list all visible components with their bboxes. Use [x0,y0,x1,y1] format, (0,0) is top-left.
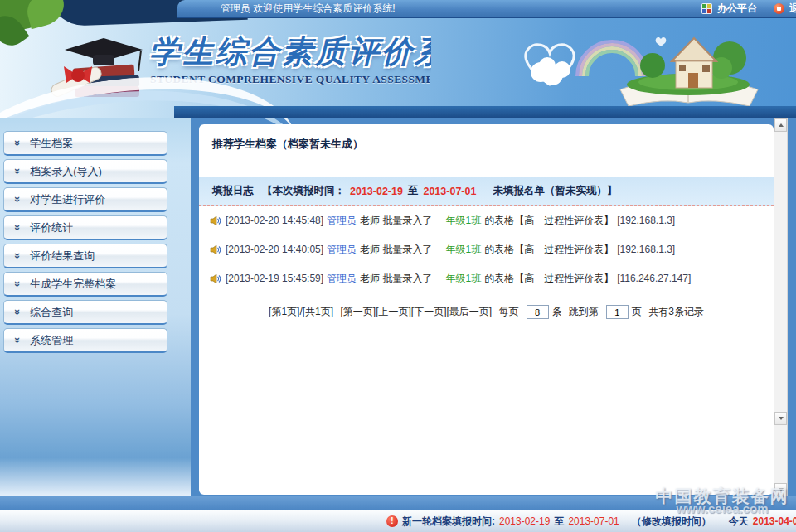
ip-address: [192.168.1.3] [617,215,675,226]
app-window: 管理员 欢迎使用学生综合素质评价系统! 办公平台 退出 学生综合素质评价系统 S… [0,0,796,532]
pagination-bar: [第1页]/[共1页] [第一页][上一页][下一页][最后一页] 每页条 跳到… [199,305,774,319]
jump-page-input[interactable] [606,305,629,319]
sidebar-item-student-archive[interactable]: » 学生档案 [3,131,167,156]
logout-link[interactable]: 退出 [789,2,796,16]
alert-icon: ! [386,515,398,527]
class-name: 一年级1班 [435,272,481,286]
top-bar: 管理员 欢迎使用学生综合素质评价系统! 办公平台 退出 [177,0,796,18]
sidebar-item-evaluate-students[interactable]: » 对学生进行评价 [3,187,167,212]
total-records: 共有3条记录 [648,306,704,317]
site-title: 学生综合素质评价系统 [149,31,431,73]
ip-address: [116.246.27.147] [617,273,691,284]
log-header: 填报日志 【本次填报时间： 2013-02-19 至 2013-07-01 未填… [199,177,774,206]
sidebar-item-archive-entry[interactable]: » 档案录入(导入) [3,159,167,184]
report-start-date: 2013-02-19 [350,186,403,197]
log-entry: [2013-02-20 14:40:05] 管理员 老师 批量录入了 一年级1班… [199,235,774,264]
status-label: 新一轮档案填报时间: [402,515,495,529]
scroll-up-button[interactable] [774,118,787,132]
report-end-date: 2013-07-01 [423,186,476,197]
content-scrollbar[interactable] [774,118,788,497]
first-page-link[interactable]: [第一页] [340,306,376,317]
status-bar: ! 新一轮档案填报时间: 2013-02-19 至 2013-07-01 （修改… [0,510,796,532]
content-panel: 推荐学生档案（档案暂未生成） 填报日志 【本次填报时间： 2013-02-19 … [199,124,774,495]
status-start-date: 2013-02-19 [499,515,550,527]
sidebar-item-evaluation-stats[interactable]: » 评价统计 [3,215,167,240]
chevron-down-icon: » [12,196,24,202]
next-page-link[interactable]: [下一页] [411,306,447,317]
arrow-down-icon [779,488,784,491]
logout-icon [774,3,784,14]
sidebar-item-comprehensive-query[interactable]: » 综合查询 [3,300,167,325]
status-end-date: 2013-07-01 [568,515,619,527]
log-entry: [2013-02-20 14:45:48] 管理员 老师 批量录入了 一年级1班… [199,206,774,235]
today-date: 2013-04-06 [753,515,796,527]
scroll-down-button[interactable] [774,483,787,496]
chevron-down-icon: » [12,309,24,315]
sidebar: » 学生档案 » 档案录入(导入) » 对学生进行评价 » 评价统计 » 评价结… [0,118,191,496]
log-entry: [2013-02-19 15:45:59] 管理员 老师 批量录入了 一年级1班… [199,264,774,293]
log-header-title: 填报日志 [212,184,254,198]
per-page-input[interactable] [527,305,549,319]
last-page-link[interactable]: [最后一页] [447,306,493,317]
header-banner: 管理员 欢迎使用学生综合素质评价系统! 办公平台 退出 学生综合素质评价系统 S… [0,0,796,118]
chevron-down-icon: » [12,168,24,174]
chevron-down-icon: » [12,253,24,259]
user-link[interactable]: 管理员 [327,214,357,228]
chevron-down-icon: » [12,337,24,343]
chevron-down-icon: » [12,140,24,146]
user-link[interactable]: 管理员 [327,243,357,257]
page-indicator: [第1页]/[共1页] [269,306,333,317]
page-title: 推荐学生档案（档案暂未生成） [212,137,363,152]
office-platform-icon [701,3,712,14]
house-book-illustration [605,27,771,109]
welcome-message: 管理员 欢迎使用学生综合素质评价系统! [221,2,396,16]
speaker-icon [210,244,221,255]
arrow-down-icon [779,417,784,420]
bottom-blue-strip [0,496,796,510]
class-name: 一年级1班 [435,214,481,228]
speaker-icon [210,215,221,226]
sidebar-item-generate-archive[interactable]: » 生成学生完整档案 [3,272,167,297]
modify-time-link[interactable]: （修改填报时间） [632,515,711,529]
sidebar-item-result-query[interactable]: » 评价结果查询 [3,244,167,268]
sidebar-item-system-management[interactable]: » 系统管理 [3,328,167,353]
pending-list-label: 未填报名单（暂未实现） [493,184,607,198]
chevron-down-icon: » [12,225,24,230]
user-link[interactable]: 管理员 [327,272,357,286]
scroll-down-button[interactable] [774,412,787,425]
chevron-down-icon: » [12,281,24,287]
office-platform-link[interactable]: 办公平台 [717,2,757,16]
arrow-up-icon [779,123,784,127]
banner-bottom-band [174,106,796,118]
speaker-icon [210,273,221,284]
class-name: 一年级1班 [435,243,481,257]
ip-address: [192.168.1.3] [617,244,675,255]
prev-page-link[interactable]: [上一页] [376,306,411,317]
log-list: [2013-02-20 14:45:48] 管理员 老师 批量录入了 一年级1班… [199,206,774,293]
